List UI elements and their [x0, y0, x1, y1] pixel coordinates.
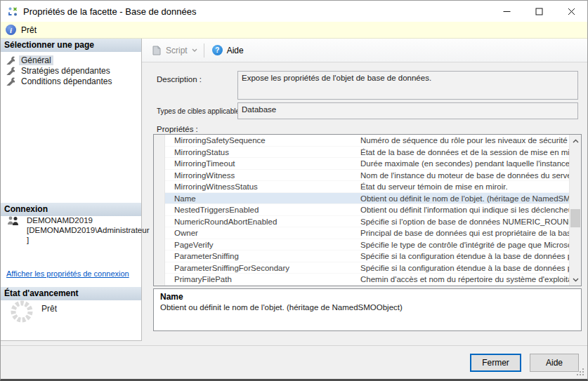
table-row[interactable]: MirroringWitnessStatusÉtat du serveur té… — [154, 181, 569, 193]
selected-property-title: Name — [160, 292, 575, 302]
property-desc: Obtient ou définit le nom de l'objet. (h… — [356, 193, 569, 205]
help-icon: ? — [212, 45, 223, 55]
connection-text: DEMONAMD2019 [DEMONAMD2019\Administrateu… — [27, 215, 149, 245]
description-field: Expose les propriétés de l'objet de base… — [237, 71, 578, 100]
target-types-field: Database — [237, 102, 578, 119]
window-controls — [490, 1, 587, 22]
table-row[interactable]: PageVerifySpécifie le type de contrôle d… — [154, 239, 569, 251]
users-icon — [6, 215, 20, 227]
property-desc: Chemin d'accès et nom du répertoire du s… — [356, 274, 569, 286]
property-desc: Spécifie si la configuration étendue à l… — [356, 262, 569, 274]
scroll-down-button[interactable] — [570, 274, 581, 286]
target-types-label: Types de cibles applicables : — [157, 107, 247, 115]
property-desc: Obtient ou définit l'information qui ind… — [356, 204, 569, 216]
table-row[interactable]: NestedTriggersEnabledObtient ou définit … — [154, 204, 569, 216]
table-row[interactable]: ParameterSniffingSpécifie si la configur… — [154, 250, 569, 262]
sidebar-item-conditions[interactable]: Conditions dépendantes — [6, 76, 114, 86]
toolbar-help-button[interactable]: ? Aide — [209, 43, 247, 58]
progress-status: Prêt — [41, 304, 57, 314]
minimize-icon — [503, 8, 511, 15]
scroll-up-button[interactable] — [570, 135, 581, 147]
grid-scrollbar[interactable] — [569, 135, 581, 286]
property-name: NestedTriggersEnabled — [165, 204, 356, 216]
property-desc: Durée maximale (en secondes) pendant laq… — [356, 158, 569, 170]
footer-divider — [1, 345, 587, 346]
status-text: Prêt — [21, 25, 37, 35]
properties-label: Propriétés : — [157, 125, 198, 133]
connection-line: ] — [27, 235, 149, 245]
maximize-icon — [535, 8, 543, 15]
maximize-button[interactable] — [523, 1, 555, 22]
toolbar-separator — [204, 44, 204, 58]
connection-header: Connexion — [1, 203, 141, 216]
property-name: MirroringSafetySequence — [165, 135, 356, 147]
table-row[interactable]: PrimaryFilePathChemin d'accès et nom du … — [154, 274, 569, 286]
chevron-down-icon — [192, 48, 197, 52]
toolbar: Script ? Aide — [142, 39, 587, 62]
table-row[interactable]: NumericRoundAbortEnabledSpécifie si l'op… — [154, 216, 569, 228]
close-button[interactable] — [555, 1, 587, 22]
sidebar-item-general[interactable]: Général — [6, 55, 53, 65]
connection-line: DEMONAMD2019 — [27, 215, 149, 225]
minimize-button[interactable] — [490, 1, 523, 22]
property-description-panel: Name Obtient ou définit le nom de l'obje… — [153, 288, 582, 331]
script-icon — [151, 45, 162, 55]
property-desc: Spécifie si la configuration étendue à l… — [356, 250, 569, 262]
script-button[interactable]: Script — [148, 43, 200, 58]
facet-properties-dialog: Propriétés de la facette - Base de donné… — [0, 0, 588, 381]
status-bar: i Prêt — [1, 22, 587, 39]
view-connection-properties-link[interactable]: Afficher les propriétés de connexion — [6, 269, 129, 278]
property-name: NumericRoundAbortEnabled — [165, 216, 356, 228]
properties-grid: MirroringSafetySequenceNuméro de séquenc… — [153, 134, 582, 286]
sidebar-item-label: Stratégies dépendantes — [19, 66, 112, 76]
property-desc: Numéro de séquence du rôle pour les nive… — [356, 135, 569, 147]
property-name: ParameterSniffingForSecondary — [165, 262, 356, 274]
property-desc: Principal de base de données qui est pro… — [356, 227, 569, 239]
window-title: Propriétés de la facette - Base de donné… — [23, 6, 196, 17]
table-row-selected[interactable]: NameObtient ou définit le nom de l'objet… — [154, 193, 569, 205]
property-name: PrimaryFilePath — [165, 274, 356, 286]
scrollbar-thumb[interactable] — [570, 209, 580, 227]
chevron-down-icon — [573, 278, 579, 282]
property-name: MirroringStatus — [165, 147, 356, 159]
property-name: Name — [165, 193, 356, 205]
select-page-header: Sélectionner une page — [1, 39, 141, 52]
sidebar: Sélectionner une page Général Stratégies… — [1, 39, 142, 341]
property-name: MirroringWitnessStatus — [165, 181, 356, 193]
property-desc: Spécifie si l'option de base de données … — [356, 216, 569, 228]
target-types-value: Database — [242, 105, 276, 114]
description-value: Expose les propriétés de l'objet de base… — [242, 74, 431, 82]
chevron-up-icon — [573, 139, 579, 143]
table-row[interactable]: MirroringWitnessNom de l'instance du mot… — [154, 170, 569, 182]
property-desc: État du serveur témoin de mise en miroir… — [356, 181, 569, 193]
title-bar: Propriétés de la facette - Base de donné… — [1, 1, 587, 22]
close-dialog-button[interactable]: Fermer — [470, 354, 521, 372]
sidebar-item-label: Conditions dépendantes — [19, 76, 114, 86]
resize-grip[interactable] — [575, 367, 584, 376]
progress-spinner-icon — [9, 299, 34, 324]
wrench-icon — [6, 66, 15, 75]
selected-property-description: Obtient ou définit le nom de l'objet. (h… — [160, 303, 575, 312]
table-row[interactable]: ParameterSniffingForSecondarySpécifie si… — [154, 262, 569, 274]
property-name: ParameterSniffing — [165, 250, 356, 262]
facet-icon — [7, 6, 18, 17]
script-button-label: Script — [166, 46, 188, 55]
connection-line: [DEMONAMD2019\Administrateur — [27, 225, 149, 235]
table-row[interactable]: MirroringStatusÉtat de la base de donnée… — [154, 147, 569, 159]
sidebar-item-strategies[interactable]: Stratégies dépendantes — [6, 65, 112, 76]
property-name: PageVerify — [165, 239, 356, 251]
table-row[interactable]: MirroringSafetySequenceNuméro de séquenc… — [154, 135, 569, 147]
help-dialog-button[interactable]: Aide — [530, 354, 579, 372]
description-label: Description : — [157, 75, 202, 83]
properties-grid-rows: MirroringSafetySequenceNuméro de séquenc… — [154, 135, 569, 286]
toolbar-help-label: Aide — [227, 46, 244, 55]
sidebar-item-label: Général — [19, 55, 53, 65]
property-desc: Spécifie le type de contrôle d'intégrité… — [356, 239, 569, 251]
info-icon: i — [6, 25, 16, 35]
property-desc: État de la base de données et de la sess… — [356, 147, 569, 159]
table-row[interactable]: OwnerPrincipal de base de données qui es… — [154, 227, 569, 239]
property-desc: Nom de l'instance du moteur de base de d… — [356, 170, 569, 182]
wrench-icon — [6, 76, 15, 86]
property-name: Owner — [165, 227, 356, 239]
table-row[interactable]: MirroringTimeoutDurée maximale (en secon… — [154, 158, 569, 170]
